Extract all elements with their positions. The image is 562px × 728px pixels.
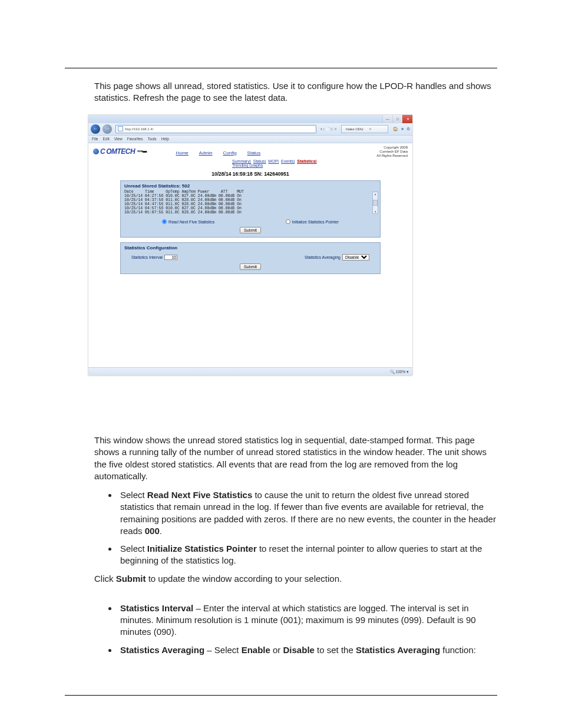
menu-file[interactable]: File bbox=[92, 137, 98, 141]
home-icon[interactable]: 🏠 bbox=[393, 127, 398, 131]
brand-text: OMTECH bbox=[106, 147, 135, 156]
subnav-events[interactable]: Events| bbox=[281, 159, 295, 163]
panel-title: Unread Stored Statistics: 502 bbox=[121, 181, 380, 190]
radio-initialize-input[interactable] bbox=[286, 219, 290, 224]
tab-config[interactable]: Config bbox=[223, 150, 236, 156]
averaging-select[interactable]: Disable bbox=[342, 254, 369, 261]
subnav-trending[interactable]: Trending Graphs bbox=[232, 163, 263, 167]
toolbar-right: 🏠 ★ ⚙ bbox=[393, 127, 410, 131]
address-bar[interactable]: http://192.168.1.4/ bbox=[115, 125, 316, 133]
brand-subtext: EF DATA ▆▆▆▆ bbox=[137, 150, 146, 153]
radio-read-next-label: Read Next Five Statistics bbox=[168, 220, 214, 224]
maximize-button[interactable]: □ bbox=[392, 115, 402, 123]
menu-favorites[interactable]: Favorites bbox=[127, 137, 143, 141]
url-text: http://192.168.1.4/ bbox=[125, 127, 153, 131]
page-content: COMTECH EF DATA ▆▆▆▆ Home Admin Config S… bbox=[88, 143, 412, 368]
sub-nav: Summary| Status| MOP| Events| Statistics… bbox=[88, 158, 412, 163]
bullet-list-1: Select Read Next Five Statistics to caus… bbox=[106, 489, 497, 567]
browser-toolbar: ← → http://192.168.1.4/ ▾ | 📄 C ✕ Index … bbox=[88, 123, 412, 136]
bullet-averaging: Statistics Averaging – Select Enable or … bbox=[118, 644, 497, 656]
submit-button-1[interactable]: Submit bbox=[240, 227, 261, 233]
radio-read-next-input[interactable] bbox=[162, 219, 167, 224]
bullet-read-next: Select Read Next Five Statistics to caus… bbox=[118, 489, 497, 537]
browser-statusbar: 🔍 100% ▾ bbox=[88, 367, 412, 375]
tools-icon[interactable]: ⚙ bbox=[406, 127, 410, 131]
config-row: Statistics Interval Statistics Averaging… bbox=[121, 252, 380, 262]
tab-home[interactable]: Home bbox=[176, 150, 188, 156]
bullet-list-2: Statistics Interval – Enter the interval… bbox=[106, 602, 497, 656]
tab-admin[interactable]: Admin bbox=[199, 150, 213, 156]
config-panel-title: Statistics Configuration bbox=[121, 243, 380, 252]
radio-initialize-label: Initialize Statistics Pointer bbox=[292, 220, 339, 224]
bottom-rule bbox=[65, 695, 497, 696]
zoom-indicator[interactable]: 🔍 100% ▾ bbox=[390, 370, 409, 374]
log-scrollbar[interactable]: ▴ ▾ bbox=[372, 192, 378, 214]
bullet-initialize: Select Initialize Statistics Pointer to … bbox=[118, 543, 497, 567]
averaging-label: Statistics Averaging bbox=[305, 255, 340, 259]
globe-icon bbox=[93, 149, 99, 154]
tab-title: Index ODU bbox=[346, 127, 363, 131]
submit-paragraph: Click Submit to update the window accord… bbox=[94, 573, 497, 585]
timestamp-serial: 10/28/14 16:59:18 SN: 142640951 bbox=[88, 171, 412, 177]
radio-read-next[interactable]: Read Next Five Statistics bbox=[162, 219, 214, 224]
screenshot-figure: — □ ✕ ← → http://192.168.1.4/ ▾ | 📄 C ✕ … bbox=[88, 115, 412, 376]
radio-initialize[interactable]: Initialize Statistics Pointer bbox=[286, 219, 339, 224]
interval-input[interactable] bbox=[164, 255, 177, 260]
top-rule bbox=[65, 68, 497, 68]
description-paragraph: This window shows the unread stored stat… bbox=[94, 434, 497, 482]
tab-close-icon[interactable]: ✕ bbox=[369, 127, 372, 131]
intro-paragraph: This page shows all unread, stored stati… bbox=[94, 80, 497, 104]
subnav-status[interactable]: Status| bbox=[253, 159, 266, 163]
address-controls[interactable]: ▾ | 📄 C ✕ bbox=[320, 127, 338, 131]
browser-tab[interactable]: Index ODU ✕ bbox=[341, 125, 388, 133]
minimize-button[interactable]: — bbox=[382, 115, 392, 123]
scroll-thumb[interactable] bbox=[373, 200, 378, 206]
submit-row-2: Submit bbox=[121, 262, 380, 274]
copyright-block: Copyright 2008 Comtech EF Data All Right… bbox=[376, 146, 408, 159]
brand-logo: COMTECH EF DATA ▆▆▆▆ bbox=[93, 147, 146, 156]
statistics-config-panel: Statistics Configuration Statistics Inte… bbox=[120, 242, 381, 274]
scroll-down-icon[interactable]: ▾ bbox=[375, 210, 376, 213]
scroll-up-icon[interactable]: ▴ bbox=[375, 192, 376, 196]
app-header: COMTECH EF DATA ▆▆▆▆ Home Admin Config S… bbox=[88, 143, 412, 159]
forward-button[interactable]: → bbox=[103, 124, 112, 134]
favorites-icon[interactable]: ★ bbox=[401, 127, 404, 131]
browser-menubar: File Edit View Favorites Tools Help bbox=[88, 136, 412, 143]
bullet-interval: Statistics Interval – Enter the interval… bbox=[118, 602, 497, 638]
subnav-summary[interactable]: Summary| bbox=[232, 159, 251, 163]
action-radios: Read Next Five Statistics Initialize Sta… bbox=[121, 217, 380, 225]
favicon-icon bbox=[118, 126, 123, 131]
menu-view[interactable]: View bbox=[114, 137, 123, 141]
menu-help[interactable]: Help bbox=[161, 137, 169, 141]
subnav-statistics[interactable]: Statistics| bbox=[297, 159, 316, 163]
tab-status[interactable]: Status bbox=[247, 150, 261, 156]
sub-nav-row2: Trending Graphs bbox=[88, 163, 412, 167]
menu-tools[interactable]: Tools bbox=[147, 137, 156, 141]
submit-button-2[interactable]: Submit bbox=[240, 263, 261, 270]
back-button[interactable]: ← bbox=[91, 124, 100, 134]
window-titlebar: — □ ✕ bbox=[88, 115, 412, 123]
statistics-log: Date Time OpTemp AmpTem Power ATT MUT 10… bbox=[121, 190, 380, 217]
main-nav: Home Admin Config Status bbox=[176, 150, 260, 156]
submit-row-1: Submit bbox=[121, 225, 380, 237]
subnav-mop[interactable]: MOP| bbox=[268, 159, 279, 163]
menu-edit[interactable]: Edit bbox=[103, 137, 109, 141]
close-button[interactable]: ✕ bbox=[402, 115, 412, 123]
interval-label: Statistics Interval bbox=[131, 255, 163, 259]
unread-statistics-panel: Unread Stored Statistics: 502 Date Time … bbox=[120, 180, 381, 238]
page-whitespace bbox=[88, 279, 412, 367]
